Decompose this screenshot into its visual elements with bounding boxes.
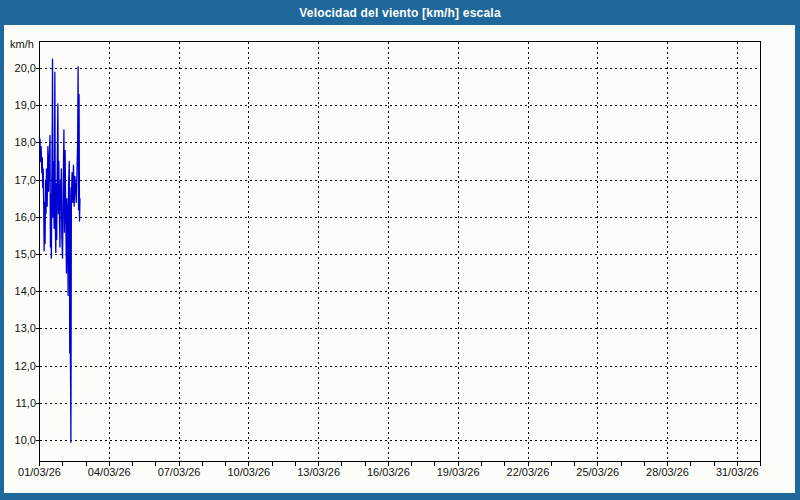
x-tick-label: 31/03/26 [700, 466, 774, 479]
y-tick-label: 19,0 [2, 99, 36, 112]
y-tick-label: 18,0 [2, 136, 36, 149]
y-tick-label: 10,0 [2, 434, 36, 447]
plot-frame [40, 42, 761, 462]
x-tick-label: 01/03/26 [3, 466, 77, 479]
y-tick-label: 11,0 [2, 397, 36, 410]
wind-speed-series [40, 59, 80, 442]
y-tick-label: 16,0 [2, 211, 36, 224]
y-tick-label: 20,0 [2, 62, 36, 75]
x-tick-label: 10/03/26 [212, 466, 286, 479]
x-tick-label: 07/03/26 [142, 466, 216, 479]
y-tick-label: 14,0 [2, 285, 36, 298]
y-axis-unit-label: km/h [4, 38, 40, 50]
x-tick-label: 16/03/26 [351, 466, 425, 479]
x-tick-label: 19/03/26 [421, 466, 495, 479]
chart-window: Velocidad del viento [km/h] escala km/h … [0, 0, 800, 500]
y-tick-label: 15,0 [2, 248, 36, 261]
x-tick-label: 22/03/26 [491, 466, 565, 479]
y-tick-label: 17,0 [2, 174, 36, 187]
x-tick-label: 25/03/26 [561, 466, 635, 479]
x-tick-label: 13/03/26 [282, 466, 356, 479]
y-tick-label: 12,0 [2, 360, 36, 373]
y-tick-label: 13,0 [2, 322, 36, 335]
x-tick-label: 04/03/26 [72, 466, 146, 479]
x-tick-label: 28/03/26 [631, 466, 705, 479]
wind-speed-chart [0, 0, 800, 500]
